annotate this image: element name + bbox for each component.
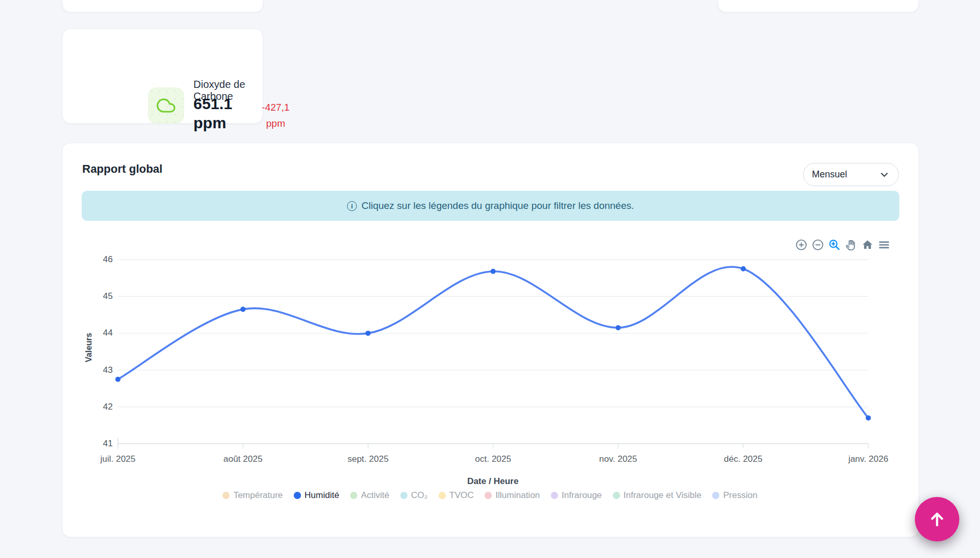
x-tick-label: nov. 2025 (577, 454, 659, 464)
data-point-marker[interactable] (366, 330, 371, 336)
legend-marker-icon (350, 492, 357, 499)
legend-item-infrarouge-et-visible[interactable]: Infrarouge et Visible (613, 490, 702, 501)
legend-marker-icon (613, 492, 620, 499)
x-tick-label: oct. 2025 (452, 454, 535, 464)
top-left-partial-card (62, 0, 263, 12)
x-axis-title: Date / Heure (415, 476, 570, 487)
legend-label: Infrarouge et Visible (624, 490, 702, 501)
x-tick-label: août 2025 (202, 454, 284, 464)
data-point-marker[interactable] (615, 325, 621, 330)
legend-label: Pression (723, 490, 757, 501)
chart-plot[interactable] (72, 233, 900, 450)
data-point-marker[interactable] (240, 307, 246, 312)
x-tick-label: déc. 2025 (702, 454, 785, 464)
scroll-top-fab[interactable] (915, 497, 959, 541)
report-title: Rapport global (82, 162, 162, 176)
top-right-partial-card (718, 0, 919, 12)
legend-item-illumination[interactable]: Illumination (485, 490, 540, 501)
co2-icon-tile (148, 87, 184, 124)
chevron-down-icon (879, 169, 890, 180)
co2-card-value: 651.1 ppm (193, 94, 232, 132)
y-tick-label: 41 (77, 439, 113, 449)
x-tick-label: sept. 2025 (327, 454, 410, 464)
period-select-value: Mensuel (812, 169, 847, 180)
legend-hint-banner: i Cliquez sur les légendes du graphique … (82, 191, 899, 221)
legend-item-activit-[interactable]: Activité (350, 490, 389, 501)
legend-marker-icon (400, 492, 408, 499)
arrow-up-icon (927, 509, 947, 530)
info-icon: i (347, 201, 357, 211)
x-tick-label: juil. 2025 (77, 454, 159, 464)
legend-item-infrarouge[interactable]: Infrarouge (551, 490, 602, 501)
legend-label: Infrarouge (562, 490, 602, 501)
data-point-marker[interactable] (491, 269, 496, 274)
legend-label: CO₂ (411, 490, 428, 501)
data-point-marker[interactable] (866, 415, 871, 420)
period-select[interactable]: Mensuel (803, 163, 899, 186)
data-point-marker[interactable] (115, 376, 120, 382)
legend-marker-icon (485, 492, 492, 499)
humidite-line (118, 267, 868, 418)
x-tick-label: janv. 2026 (827, 454, 910, 464)
legend-item-tvoc[interactable]: TVOC (439, 490, 474, 501)
legend-marker-icon (222, 492, 230, 499)
legend-item-pression[interactable]: Pression (712, 490, 757, 501)
legend-label: Température (233, 490, 282, 501)
y-tick-label: 44 (77, 328, 113, 338)
banner-text: Cliquez sur les légendes du graphique po… (361, 200, 634, 212)
co2-card-delta: -427,1 ppm (255, 99, 296, 131)
dashboard-page: Dioxyde de Carbone 651.1 ppm -427,1 ppm … (0, 0, 980, 558)
y-tick-label: 42 (77, 402, 113, 412)
legend-marker-icon (551, 492, 558, 499)
legend-marker-icon (712, 492, 719, 499)
co2-stat-card: Dioxyde de Carbone 651.1 ppm -427,1 ppm (62, 28, 263, 124)
legend-item-temp-rature[interactable]: Température (222, 490, 282, 501)
legend-label: Humidité (305, 490, 339, 501)
legend-label: TVOC (449, 490, 474, 501)
legend-label: Activité (361, 490, 389, 501)
y-tick-label: 45 (77, 291, 113, 301)
legend-marker-icon (439, 492, 446, 499)
legend-marker-icon (294, 492, 301, 499)
legend-item-humidit-[interactable]: Humidité (294, 490, 339, 501)
y-tick-label: 46 (77, 254, 113, 265)
y-tick-label: 43 (77, 365, 113, 375)
y-axis-title: Valeurs (84, 316, 95, 379)
cloud-icon (157, 96, 175, 115)
data-point-marker[interactable] (741, 266, 746, 272)
legend-label: Illumination (495, 490, 540, 501)
legend-item-co-[interactable]: CO₂ (400, 490, 428, 501)
chart-legend: TempératureHumiditéActivitéCO₂TVOCIllumi… (72, 490, 908, 501)
